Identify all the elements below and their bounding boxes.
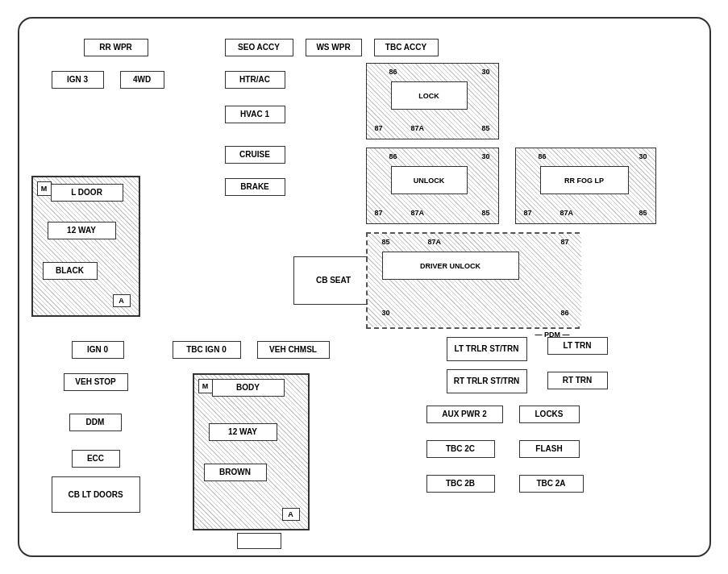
unlock-87a: 87A: [411, 209, 425, 217]
lock-86: 86: [389, 68, 397, 76]
driver-unlock-label: DRIVER UNLOCK: [382, 252, 519, 280]
hvac1-fuse: HVAC 1: [225, 106, 285, 123]
l-door-12way: 12 WAY: [48, 222, 116, 239]
du-87a: 87A: [428, 238, 442, 246]
lt-trn-fuse: LT TRN: [547, 337, 608, 355]
unlock-30: 30: [481, 152, 489, 160]
unlock-85: 85: [481, 209, 489, 217]
ddm-fuse: DDM: [69, 414, 122, 431]
locks-fuse: LOCKS: [519, 406, 580, 423]
lt-trlr-fuse: LT TRLR ST/TRN: [447, 337, 527, 361]
tbc-ign0-fuse: TBC IGN 0: [173, 341, 241, 359]
du-87: 87: [560, 238, 568, 246]
cb-seat-fuse: CB SEAT: [293, 256, 374, 305]
cb-lt-doors-fuse: CB LT DOORS: [52, 476, 140, 513]
lock-30: 30: [481, 68, 489, 76]
tbc-accy-fuse: TBC ACCY: [374, 39, 439, 56]
veh-chmsl-fuse: VEH CHMSL: [257, 341, 330, 359]
body-brown: BROWN: [204, 464, 267, 481]
du-85: 85: [382, 238, 390, 246]
rt-trlr-fuse: RT TRLR ST/TRN: [447, 369, 527, 393]
aux-pwr2-fuse: AUX PWR 2: [426, 406, 503, 423]
rr-wpr-fuse: RR WPR: [84, 39, 148, 56]
unlock-relay-group: 86 30 87 87A 85 UNLOCK: [366, 148, 499, 224]
flash-fuse: FLASH: [519, 440, 580, 458]
ecc-fuse: ECC: [72, 450, 120, 468]
ign3-fuse: IGN 3: [52, 71, 104, 89]
l-door-m-badge: M: [37, 181, 52, 196]
l-door-black: BLACK: [43, 262, 98, 280]
l-door-label: L DOOR: [51, 184, 123, 202]
du-30: 30: [382, 309, 390, 317]
driver-unlock-relay-group: 85 87A 87 DRIVER UNLOCK 30 86: [368, 234, 581, 327]
body-12way: 12 WAY: [209, 423, 277, 441]
unlock-87: 87: [375, 209, 383, 217]
body-a-badge: A: [282, 508, 300, 521]
ign0-fuse: IGN 0: [72, 341, 124, 359]
body-module-group: M BODY 12 WAY BROWN A: [193, 373, 310, 530]
unlock-relay-label: UNLOCK: [391, 166, 468, 194]
fog-30: 30: [639, 152, 647, 160]
cruise-fuse: CRUISE: [225, 146, 285, 164]
tbc-2b-fuse: TBC 2B: [426, 475, 495, 493]
seo-accy-fuse: SEO ACCY: [225, 39, 293, 56]
unlock-86: 86: [389, 152, 397, 160]
veh-stop-fuse: VEH STOP: [64, 373, 128, 391]
fwd-fuse: 4WD: [120, 71, 164, 89]
fuse-diagram: RR WPR SEO ACCY WS WPR TBC ACCY IGN 3 4W…: [18, 17, 711, 557]
du-86: 86: [560, 309, 568, 317]
pdm-group: 85 87A 87 DRIVER UNLOCK 30 86 — PDM —: [366, 232, 580, 329]
body-connector: [237, 533, 281, 549]
brake-fuse: BRAKE: [225, 178, 285, 196]
lock-relay-group: 86 30 87 87A 85 LOCK: [366, 63, 499, 139]
tbc-2c-fuse: TBC 2C: [426, 440, 495, 458]
fog-85: 85: [639, 209, 647, 217]
rr-fog-relay-label: RR FOG LP: [540, 166, 629, 194]
l-door-a-badge: A: [113, 294, 131, 307]
lock-85: 85: [481, 124, 489, 132]
rt-trn-fuse: RT TRN: [547, 372, 608, 389]
htr-ac-fuse: HTR/AC: [225, 71, 285, 89]
tbc-2a-fuse: TBC 2A: [519, 475, 584, 493]
fog-87: 87: [524, 209, 532, 217]
body-m-badge: M: [198, 379, 213, 393]
lock-relay-label: LOCK: [391, 81, 468, 110]
rr-fog-relay-group: 86 30 87 87A 85 RR FOG LP: [515, 148, 656, 224]
l-door-group: M L DOOR 12 WAY BLACK A: [31, 176, 140, 317]
fog-86: 86: [539, 152, 547, 160]
fog-87a: 87A: [560, 209, 574, 217]
lock-87: 87: [375, 124, 383, 132]
ws-wpr-fuse: WS WPR: [306, 39, 362, 56]
body-label: BODY: [212, 379, 285, 397]
lock-87a: 87A: [411, 124, 425, 132]
